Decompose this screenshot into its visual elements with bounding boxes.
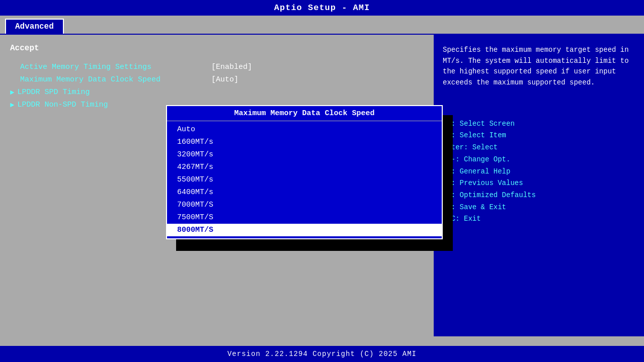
- dropdown-item-3200[interactable]: 3200MT/s: [167, 148, 442, 161]
- bottom-bar: Version 2.22.1294 Copyright (C) 2025 AMI: [0, 346, 644, 362]
- dropdown-item-auto[interactable]: Auto: [167, 123, 442, 136]
- dropdown-list: Auto 1600MT/s 3200MT/s 4267MT/s 5500MT/s…: [167, 121, 442, 238]
- dropdown-item-5500[interactable]: 5500MT/s: [167, 173, 442, 186]
- menu-item-label-max-memory: Maximum Memory Data Clock Speed: [20, 75, 211, 84]
- menu-item-value-active-memory: [Enabled]: [211, 63, 252, 71]
- menu-item-active-memory[interactable]: Active Memory Timing Settings [Enabled]: [10, 63, 423, 71]
- shortcut-f3: F3: Optimized Defaults: [443, 190, 635, 201]
- tab-bar: Advanced: [0, 16, 644, 35]
- dropdown-title: Maximum Memory Data Clock Speed: [167, 106, 442, 121]
- dropdown-overlay: Maximum Memory Data Clock Speed Auto 160…: [166, 105, 443, 239]
- menu-item-value-max-memory: [Auto]: [211, 75, 238, 84]
- arrow-icon-lpddr-non-spd: ►: [10, 101, 14, 109]
- menu-item-max-memory-clock[interactable]: Maximum Memory Data Clock Speed [Auto]: [10, 75, 423, 84]
- menu-item-label-active-memory: Active Memory Timing Settings: [20, 63, 211, 71]
- shortcut-select-item: ←→: Select Item: [443, 130, 635, 141]
- shortcut-select-screen: ↑↓: Select Screen: [443, 119, 635, 130]
- shortcut-enter: Enter: Select: [443, 142, 635, 153]
- arrow-icon-lpddr-spd: ►: [10, 88, 14, 97]
- dropdown-item-6400[interactable]: 6400MT/s: [167, 186, 442, 199]
- dropdown-item-4267[interactable]: 4267MT/s: [167, 161, 442, 173]
- left-panel: Accept Active Memory Timing Settings [En…: [0, 35, 433, 336]
- dropdown-item-1600[interactable]: 1600MT/s: [167, 136, 442, 148]
- title-bar: Aptio Setup - AMI: [0, 0, 644, 16]
- dropdown-item-7500[interactable]: 7500MT/S: [167, 211, 442, 224]
- version-text: Version 2.22.1294 Copyright (C) 2025 AMI: [227, 350, 417, 358]
- shortcut-esc: ESC: Exit: [443, 214, 635, 225]
- help-text: Specifies the maximum memory target spee…: [443, 45, 635, 88]
- dropdown-item-8000[interactable]: 8000MT/S: [167, 224, 442, 236]
- menu-item-label-lpddr-spd: LPDDR SPD Timing: [17, 88, 208, 97]
- tab-advanced[interactable]: Advanced: [5, 19, 64, 34]
- main-content: Accept Active Memory Timing Settings [En…: [0, 35, 644, 336]
- shortcut-f4: F4: Save & Exit: [443, 202, 635, 213]
- dropdown-item-7000[interactable]: 7000MT/S: [167, 199, 442, 211]
- menu-item-lpddr-spd[interactable]: ► LPDDR SPD Timing: [10, 88, 423, 97]
- shortcuts-section: ↑↓: Select Screen ←→: Select Item Enter:…: [443, 119, 635, 225]
- shortcut-f1: F1: General Help: [443, 166, 635, 177]
- accept-label: Accept: [10, 44, 423, 53]
- shortcut-f2: F2: Previous Values: [443, 178, 635, 189]
- dropdown-box: Maximum Memory Data Clock Speed Auto 160…: [166, 105, 443, 239]
- right-panel: Specifies the maximum memory target spee…: [433, 35, 644, 336]
- shortcut-change: +/-: Change Opt.: [443, 154, 635, 165]
- title-text: Aptio Setup - AMI: [274, 3, 370, 13]
